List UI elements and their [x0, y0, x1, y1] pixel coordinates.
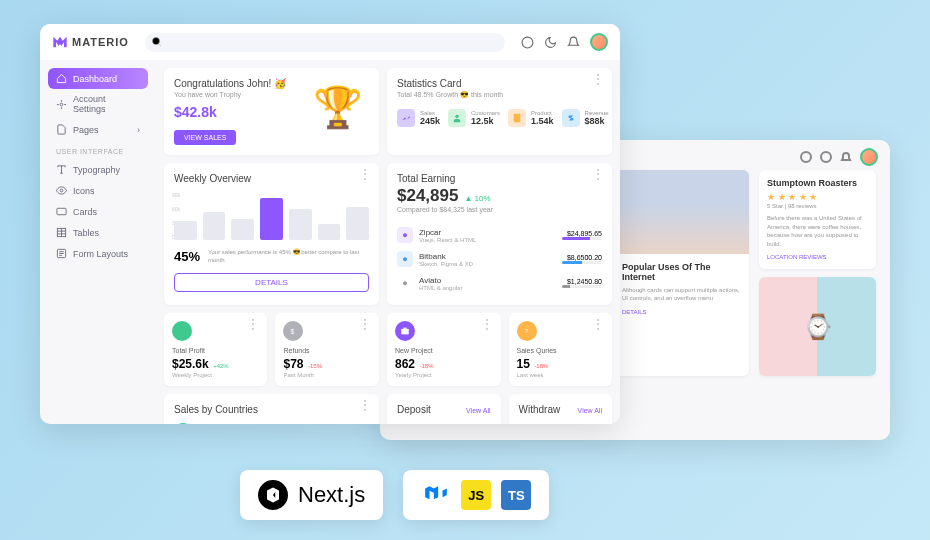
svg-point-2	[152, 38, 159, 45]
more-icon[interactable]: ⋮	[481, 321, 493, 327]
refunds-card: ⋮ $ Refunds $78 -15% Past Month	[275, 313, 379, 386]
new-project-card: ⋮ New Project 862 -18% Yearly Project	[387, 313, 501, 386]
bar	[260, 198, 283, 240]
github-icon[interactable]	[521, 36, 534, 49]
svg-text:?: ?	[524, 328, 528, 334]
mui-icon	[421, 480, 451, 510]
sidebar-item-typography[interactable]: Typography	[48, 159, 148, 180]
watch-card: ⌚	[759, 277, 876, 376]
card-desc: Although cards can support multiple acti…	[622, 286, 741, 303]
total-earning-card: ⋮ Total Earning $24,895▲ 10% Compared to…	[387, 163, 612, 305]
chevron-right-icon: ›	[137, 125, 140, 135]
more-icon[interactable]: ⋮	[592, 321, 604, 327]
congratulations-card: Congratulations John! 🥳 You have won Tro…	[164, 68, 379, 155]
help-icon: ?	[517, 321, 537, 341]
more-icon[interactable]: ⋮	[592, 76, 604, 82]
view-sales-button[interactable]: VIEW SALES	[174, 130, 236, 145]
svg-point-4	[60, 103, 63, 106]
bar	[174, 221, 197, 240]
github-icon[interactable]	[800, 151, 812, 163]
coffee-desc: Before there was a United States of Amer…	[767, 214, 868, 248]
js-icon: JS	[461, 480, 491, 510]
earning-value: $24,895	[397, 186, 458, 205]
avatar[interactable]	[860, 148, 878, 166]
sidebar-item-dashboard[interactable]: Dashboard	[48, 68, 148, 89]
user-icon	[448, 109, 466, 127]
form-icon	[56, 248, 67, 259]
trophy-icon: 🏆	[313, 84, 363, 131]
country-flag-icon: US	[174, 423, 192, 424]
bar	[318, 224, 341, 240]
svg-point-9	[455, 115, 458, 118]
search-input[interactable]	[145, 32, 505, 52]
main-content: Congratulations John! 🥳 You have won Tro…	[156, 60, 620, 424]
search-icon	[151, 36, 163, 48]
file-icon	[56, 124, 67, 135]
sidebar: Dashboard Account Settings Pages › USER …	[40, 60, 156, 424]
briefcase-icon	[395, 321, 415, 341]
bar	[231, 219, 254, 240]
internet-card: Popular Uses Of The Internet Although ca…	[614, 170, 749, 376]
bell-icon[interactable]	[840, 151, 852, 163]
card-image	[614, 170, 749, 254]
more-icon[interactable]: ⋮	[359, 402, 371, 408]
bar-chart: 90k60k30k0k	[174, 192, 369, 240]
sidebar-item-account[interactable]: Account Settings	[48, 89, 148, 119]
total-profit-card: ⋮ Total Profit $25.6k +42% Weekly Projec…	[164, 313, 267, 386]
topbar-icons	[800, 148, 878, 166]
watch-image: ⌚	[759, 277, 876, 376]
gear-icon	[56, 99, 67, 110]
trend-icon	[397, 109, 415, 127]
more-icon[interactable]: ⋮	[359, 171, 371, 177]
table-icon	[56, 227, 67, 238]
withdraw-card: WithdrawView All GGoogle AdsensePaypal d…	[509, 394, 612, 424]
star-rating: ★ ★ ★ ★ ★	[767, 192, 868, 202]
view-all-link[interactable]: View All	[578, 407, 602, 414]
details-button[interactable]: DETAILS	[174, 273, 369, 292]
bar	[346, 207, 369, 240]
details-link[interactable]: DETAILS	[622, 309, 741, 315]
coffee-card: Stumptown Roasters ★ ★ ★ ★ ★ 5 Star | 98…	[759, 170, 876, 269]
bell-icon[interactable]	[567, 36, 580, 49]
sidebar-item-forms[interactable]: Form Layouts	[48, 243, 148, 264]
statistics-card: ⋮ Statistics Card Total 48.5% Growth 😎 t…	[387, 68, 612, 155]
chart-icon	[172, 321, 192, 341]
more-icon[interactable]: ⋮	[359, 321, 371, 327]
svg-rect-6	[57, 208, 66, 214]
device-icon	[508, 109, 526, 127]
brand-logo[interactable]: MATERIO	[52, 34, 129, 50]
dollar-icon: $	[283, 321, 303, 341]
sidebar-item-pages[interactable]: Pages ›	[48, 119, 148, 140]
topbar-actions	[521, 33, 608, 51]
rating-label: 5 Star | 98 reviews	[767, 202, 868, 210]
nav-section-label: USER INTERFACE	[48, 140, 148, 159]
svg-point-5	[60, 189, 63, 192]
primary-window: MATERIO Dashboard Account Settings P	[40, 24, 620, 424]
view-all-link[interactable]: View All	[466, 407, 490, 414]
ts-icon: TS	[501, 480, 531, 510]
bar	[203, 212, 226, 240]
type-icon	[56, 164, 67, 175]
svg-rect-10	[514, 114, 521, 122]
mui-js-ts-badge: JS TS	[403, 470, 549, 520]
more-icon[interactable]: ⋮	[247, 321, 259, 327]
performance-value: 45%	[174, 249, 200, 264]
sidebar-item-cards[interactable]: Cards	[48, 201, 148, 222]
svg-text:$: $	[291, 328, 295, 335]
svg-point-1	[821, 152, 831, 162]
svg-point-3	[522, 37, 533, 48]
card-icon	[56, 206, 67, 217]
logo-icon	[52, 34, 68, 50]
sidebar-item-tables[interactable]: Tables	[48, 222, 148, 243]
svg-point-0	[801, 152, 811, 162]
home-icon	[56, 73, 67, 84]
dollar-icon	[562, 109, 580, 127]
coffee-links[interactable]: LOCATION REVIEWS	[767, 254, 868, 260]
user-avatar[interactable]	[590, 33, 608, 51]
theme-icon[interactable]	[820, 151, 832, 163]
theme-toggle-icon[interactable]	[544, 36, 557, 49]
card-title: Popular Uses Of The Internet	[622, 262, 741, 282]
more-icon[interactable]: ⋮	[592, 171, 604, 177]
sidebar-item-icons[interactable]: Icons	[48, 180, 148, 201]
sales-by-countries-card: ⋮ Sales by Countries US $8,656k ▲ 25.8%U…	[164, 394, 379, 424]
